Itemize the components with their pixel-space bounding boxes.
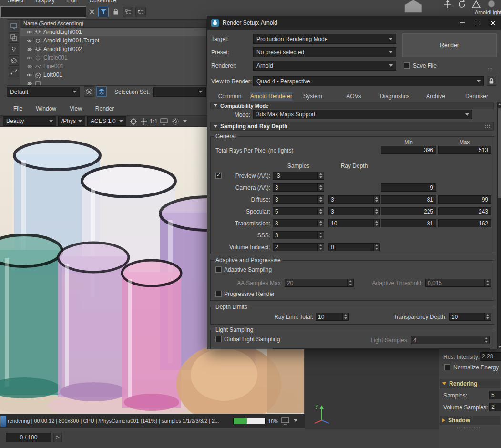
list-item[interactable]: ArnoldLight001.Target (20, 36, 206, 45)
visibility-eye-icon[interactable] (26, 55, 32, 61)
scroll-up-icon[interactable] (498, 102, 501, 107)
camera-dropdown[interactable]: /PhysCan (58, 116, 85, 126)
dialog-scrollbar[interactable] (497, 102, 501, 349)
normalize-energy-checkbox[interactable] (444, 364, 450, 370)
spinner-arrows-icon[interactable] (317, 232, 324, 239)
taskbar-app-icon[interactable] (0, 416, 6, 427)
spinner-arrows-icon[interactable] (373, 208, 379, 215)
lock-icon[interactable] (112, 8, 119, 15)
transparency-depth-spinner[interactable]: 10 (449, 313, 491, 321)
tab-aovs[interactable]: AOVs (333, 92, 374, 101)
spinner-arrows-icon[interactable] (342, 313, 348, 320)
samples-field[interactable]: 5 (489, 391, 501, 399)
tab-common[interactable]: Common (209, 92, 250, 101)
spinner-arrows-icon[interactable] (373, 196, 379, 203)
render-sphere-icon[interactable] (486, 0, 497, 9)
xref-button[interactable] (9, 32, 19, 43)
sss-samples-spinner[interactable]: 3 (273, 231, 324, 239)
volume-indirect-depth-spinner[interactable]: 0 (328, 243, 380, 251)
spinner-arrows-icon[interactable] (373, 220, 379, 227)
selection-set-dropdown[interactable] (153, 87, 206, 97)
layer-manager-button[interactable] (96, 86, 107, 97)
next-frame-button[interactable]: > (53, 433, 62, 442)
mode-dropdown[interactable]: 3ds Max Maps Support (253, 110, 472, 119)
spinner-arrows-icon[interactable] (347, 279, 353, 286)
filter-button[interactable] (98, 7, 109, 17)
close-button[interactable] (485, 16, 501, 30)
aperture-icon[interactable] (172, 118, 179, 125)
spinner-arrows-icon[interactable] (317, 208, 324, 215)
minimize-button[interactable] (455, 16, 470, 30)
menu-file[interactable]: File (13, 105, 22, 112)
geometry-filter-button[interactable] (9, 55, 19, 66)
tab-diagnostics[interactable]: Diagnostics (374, 92, 415, 101)
visibility-eye-icon[interactable] (26, 29, 32, 35)
tab-arnold-renderer[interactable]: Arnold Renderer (250, 92, 292, 101)
menu-view[interactable]: View (70, 105, 82, 112)
list-item[interactable]: ArnoldLight001 (20, 28, 206, 36)
display-icon[interactable] (281, 417, 290, 425)
zoom-ratio-label[interactable]: 1:1 (150, 118, 158, 125)
diffuse-samples-spinner[interactable]: 3 (273, 195, 324, 204)
rendering-rollout[interactable]: Rendering (440, 379, 500, 388)
spinner-arrows-icon[interactable] (373, 244, 379, 251)
list-item[interactable]: Line001 (20, 62, 206, 71)
volume-indirect-samples-spinner[interactable]: 2 (273, 243, 324, 251)
layers-button[interactable] (84, 86, 94, 97)
display-monitor-button[interactable] (9, 21, 19, 31)
color-space-dropdown[interactable]: ACES 1.0 SC (87, 116, 126, 126)
volume-samples-field[interactable]: 2 (489, 403, 501, 411)
visibility-eye-icon[interactable] (26, 63, 32, 70)
preview-aa-spinner[interactable]: -3 (273, 172, 324, 180)
view-lock-button[interactable] (487, 76, 496, 86)
drag-grip-icon[interactable] (485, 124, 491, 128)
collapse-tree-button[interactable] (135, 7, 146, 17)
tab-system[interactable]: System (292, 92, 333, 101)
chevron-down-icon[interactable] (294, 419, 297, 422)
view-to-render-dropdown[interactable]: Quad 4 - Perspective (253, 76, 484, 86)
shadow-rollout[interactable]: Shadow (440, 416, 500, 425)
menu-edit[interactable]: Edit (67, 0, 77, 4)
target-dropdown[interactable]: Production Rendering Mode (253, 34, 396, 44)
transmission-samples-spinner[interactable]: 3 (273, 219, 324, 227)
menu-display[interactable]: Display (36, 0, 54, 4)
diffuse-depth-spinner[interactable]: 3 (328, 195, 380, 204)
render-region-icon[interactable] (130, 118, 137, 125)
dialog-title-bar[interactable]: Render Setup: Arnold (207, 16, 501, 30)
spinner-arrows-icon[interactable] (317, 196, 324, 203)
tab-archive[interactable]: Archive (415, 92, 456, 101)
tab-denoiser[interactable]: Denoiser (456, 92, 497, 101)
snapshot-star-icon[interactable] (140, 118, 148, 125)
frame-field[interactable]: 0 / 100 (6, 433, 51, 442)
search-input[interactable] (0, 6, 86, 18)
progressive-render-checkbox[interactable] (215, 291, 222, 297)
renderer-dropdown[interactable]: Arnold (253, 61, 396, 71)
menu-render[interactable]: Render (95, 105, 114, 112)
light-samples-spinner[interactable]: 4 (411, 336, 490, 344)
visibility-eye-icon[interactable] (26, 72, 32, 78)
spinner-arrows-icon[interactable] (317, 220, 324, 227)
panel-resize-grip[interactable]: •••••••••• (439, 426, 499, 430)
explorer-sort-header[interactable]: Name (Sorted Ascending) (20, 20, 206, 28)
layer-dropdown[interactable]: Default (7, 87, 80, 97)
scrollbar-thumb[interactable] (498, 108, 501, 198)
specular-depth-spinner[interactable]: 3 (328, 207, 380, 215)
browse-button[interactable]: ... (488, 64, 492, 71)
scroll-down-icon[interactable] (498, 344, 501, 349)
display-icon[interactable] (160, 118, 168, 125)
clear-search-icon[interactable] (89, 9, 95, 15)
visibility-eye-icon[interactable] (26, 38, 32, 44)
shapes-filter-button[interactable] (9, 67, 19, 77)
camera-aa-spinner[interactable]: 3 (273, 183, 324, 192)
visibility-eye-icon[interactable] (26, 46, 32, 52)
lights-filter-button[interactable] (9, 44, 19, 54)
global-light-sampling-checkbox[interactable] (215, 336, 222, 342)
chevron-down-icon[interactable] (183, 120, 187, 122)
list-item[interactable] (20, 79, 206, 86)
compatibility-rollout[interactable]: Compatibility Mode (210, 102, 494, 109)
specular-samples-spinner[interactable]: 5 (273, 207, 324, 215)
transmission-depth-spinner[interactable]: 10 (328, 219, 380, 227)
spinner-arrows-icon[interactable] (317, 184, 324, 191)
sampling-rollout[interactable]: Sampling and Ray Depth (210, 122, 494, 131)
viewcube-home-icon[interactable] (403, 0, 424, 14)
